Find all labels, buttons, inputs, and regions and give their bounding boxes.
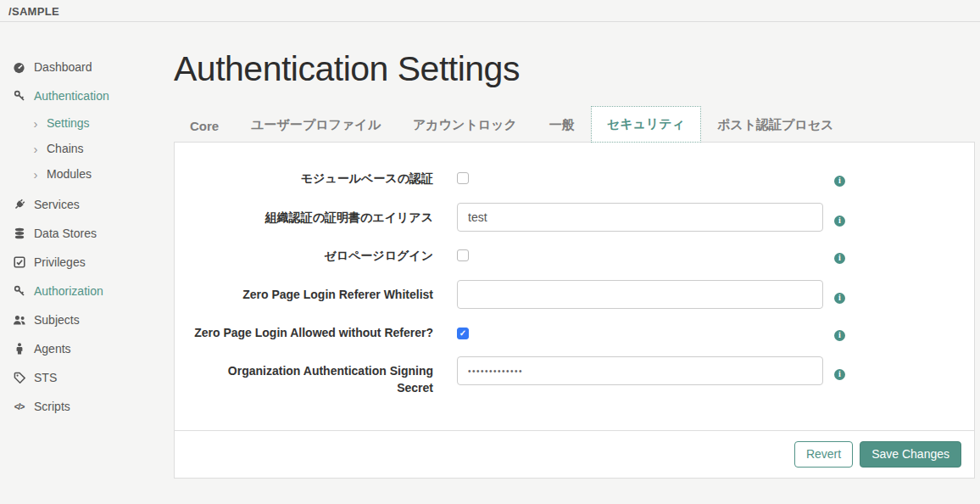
referer-whitelist-input[interactable] xyxy=(457,280,823,309)
sidebar-item-settings[interactable]: › Settings xyxy=(0,110,174,136)
settings-panel: モジュールベースの認証 i 組織認証の証明書のエイリアス i ゼロページログイン xyxy=(174,143,975,479)
tab-core[interactable]: Core xyxy=(174,109,235,142)
sidebar-item-privileges[interactable]: Privileges xyxy=(0,248,174,277)
sidebar-item-label: STS xyxy=(34,371,57,384)
field-label: Organization Authentication Signing Secr… xyxy=(192,356,433,396)
page-title: Authentication Settings xyxy=(174,49,975,89)
dashboard-icon xyxy=(12,61,26,74)
sidebar-item-data-stores[interactable]: Data Stores xyxy=(0,219,174,248)
code-icon: </> xyxy=(12,402,26,412)
field-label: ゼロページログイン xyxy=(192,247,433,264)
field-label: Zero Page Login Referer Whitelist xyxy=(192,280,433,303)
sidebar: Dashboard Authentication › Settings › Ch… xyxy=(0,22,174,504)
top-bar: /SAMPLE xyxy=(0,0,980,22)
field-label: モジュールベースの認証 xyxy=(192,170,433,187)
database-icon xyxy=(12,227,26,239)
info-icon[interactable]: i xyxy=(834,369,845,380)
zero-page-login-checkbox[interactable] xyxy=(457,249,469,261)
sidebar-item-label: Privileges xyxy=(34,255,86,269)
tab-general[interactable]: 一般 xyxy=(533,108,591,142)
tab-bar: Core ユーザープロファイル アカウントロック 一般 セキュリティ ポスト認証… xyxy=(174,106,975,143)
field-label: 組織認証の証明書のエイリアス xyxy=(192,203,433,226)
signing-secret-input[interactable] xyxy=(457,356,823,385)
org-cert-alias-input[interactable] xyxy=(457,203,823,232)
key-icon xyxy=(12,90,26,102)
tab-post-authentication[interactable]: ポスト認証プロセス xyxy=(701,108,849,142)
sidebar-item-authorization[interactable]: Authorization xyxy=(0,277,174,305)
info-icon[interactable]: i xyxy=(834,216,845,227)
form-row: 組織認証の証明書のエイリアス i xyxy=(192,203,957,232)
sidebar-item-authentication[interactable]: Authentication xyxy=(0,81,174,110)
users-icon xyxy=(12,314,26,326)
sidebar-item-label: Scripts xyxy=(34,400,70,413)
main-content: Authentication Settings Core ユーザープロファイル … xyxy=(174,22,980,504)
realm-label: /SAMPLE xyxy=(8,5,59,18)
sidebar-item-label: Agents xyxy=(34,342,71,356)
allowed-without-referer-checkbox[interactable]: ✓ xyxy=(457,328,469,339)
form-row: Organization Authentication Signing Secr… xyxy=(192,356,957,396)
chevron-right-icon: › xyxy=(31,168,41,181)
key-icon xyxy=(12,285,26,297)
sidebar-item-label: Chains xyxy=(47,142,84,155)
chevron-right-icon: › xyxy=(31,143,41,155)
sidebar-item-dashboard[interactable]: Dashboard xyxy=(0,53,174,81)
info-icon[interactable]: i xyxy=(834,176,845,187)
save-changes-button[interactable]: Save Changes xyxy=(860,441,961,468)
tag-icon xyxy=(12,372,26,384)
form-row: モジュールベースの認証 i xyxy=(192,170,957,188)
tab-account-lockout[interactable]: アカウントロック xyxy=(397,108,533,142)
info-icon[interactable]: i xyxy=(834,293,845,304)
sidebar-item-agents[interactable]: Agents xyxy=(0,334,174,363)
sidebar-item-subjects[interactable]: Subjects xyxy=(0,305,174,334)
chevron-right-icon: › xyxy=(31,117,41,130)
info-icon[interactable]: i xyxy=(834,330,845,341)
form-row: Zero Page Login Referer Whitelist i xyxy=(192,280,957,309)
module-based-auth-checkbox[interactable] xyxy=(457,172,469,184)
panel-footer: Revert Save Changes xyxy=(175,430,974,478)
sidebar-item-modules[interactable]: › Modules xyxy=(0,161,174,187)
sidebar-item-label: Settings xyxy=(47,116,90,130)
sidebar-item-chains[interactable]: › Chains xyxy=(0,136,174,161)
sidebar-item-label: Dashboard xyxy=(34,60,92,74)
form-row: Zero Page Login Allowed without Referer?… xyxy=(192,324,957,341)
sidebar-item-sts[interactable]: STS xyxy=(0,363,174,392)
tab-user-profile[interactable]: ユーザープロファイル xyxy=(235,108,397,142)
settings-form: モジュールベースの認証 i 組織認証の証明書のエイリアス i ゼロページログイン xyxy=(175,143,974,430)
sidebar-item-label: Modules xyxy=(47,167,92,181)
tab-security[interactable]: セキュリティ xyxy=(591,106,701,143)
plug-icon xyxy=(12,199,26,210)
sidebar-item-label: Services xyxy=(34,198,80,211)
info-icon[interactable]: i xyxy=(834,253,845,264)
sidebar-item-services[interactable]: Services xyxy=(0,190,174,219)
sidebar-item-label: Data Stores xyxy=(34,227,97,240)
sidebar-item-scripts[interactable]: </> Scripts xyxy=(0,392,174,421)
sidebar-item-label: Authorization xyxy=(34,284,103,298)
sidebar-item-label: Authentication xyxy=(34,89,109,103)
revert-button[interactable]: Revert xyxy=(794,441,853,468)
check-square-icon xyxy=(12,256,26,268)
person-icon xyxy=(12,343,26,355)
form-row: ゼロページログイン i xyxy=(192,247,957,265)
sidebar-item-label: Subjects xyxy=(34,313,80,327)
field-label: Zero Page Login Allowed without Referer? xyxy=(192,324,433,341)
